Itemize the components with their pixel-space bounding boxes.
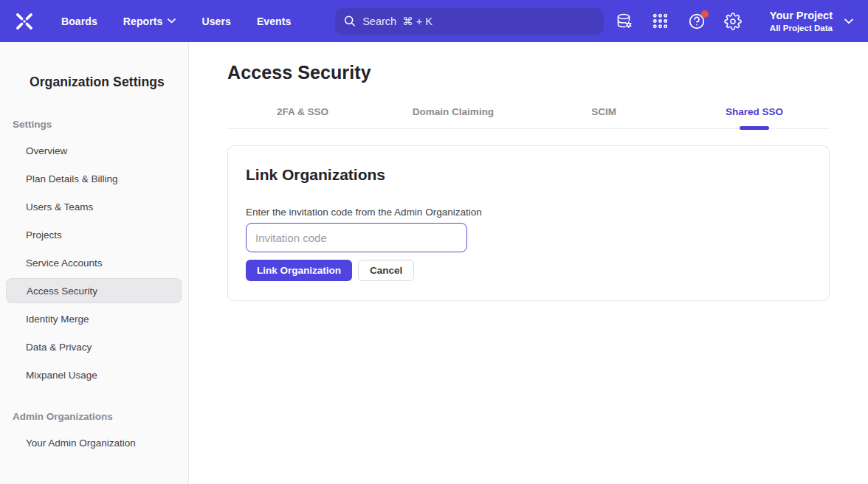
notification-badge xyxy=(701,10,709,18)
section-label-admin-organizations: Admin Organizations xyxy=(13,411,188,422)
page-title: Access Security xyxy=(227,61,830,83)
search-icon xyxy=(344,15,356,27)
help-button[interactable] xyxy=(687,12,706,31)
sidebar-item-data-privacy[interactable]: Data & Privacy xyxy=(0,333,188,361)
project-scope: All Project Data xyxy=(770,23,833,33)
invitation-code-input[interactable] xyxy=(246,223,467,252)
sidebar-item-projects[interactable]: Projects xyxy=(0,221,188,249)
sidebar-title: Organization Settings xyxy=(30,75,188,90)
search-input[interactable] xyxy=(362,15,595,27)
nav-item-label: Reports xyxy=(123,15,163,27)
nav-item-boards[interactable]: Boards xyxy=(61,15,97,27)
sidebar-item-service-accounts[interactable]: Service Accounts xyxy=(0,249,188,277)
apps-grid-icon xyxy=(652,13,669,30)
project-name: Your Project xyxy=(770,9,833,22)
section-label-settings: Settings xyxy=(13,119,188,130)
tab-domain-claiming[interactable]: Domain Claiming xyxy=(378,107,528,128)
sidebar-item-identity-merge[interactable]: Identity Merge xyxy=(0,305,188,333)
nav-item-reports[interactable]: Reports xyxy=(123,15,176,27)
mixpanel-logo-icon xyxy=(13,10,35,32)
project-switcher[interactable]: Your Project All Project Data xyxy=(770,9,856,34)
sidebar-item-users-teams[interactable]: Users & Teams xyxy=(0,193,188,221)
card-actions: Link Organization Cancel xyxy=(246,260,811,281)
access-security-tabs: 2FA & SSO Domain Claiming SCIM Shared SS… xyxy=(227,107,830,129)
sidebar-item-mixpanel-usage[interactable]: Mixpanel Usage xyxy=(0,361,188,389)
settings-button[interactable] xyxy=(723,12,743,31)
settings-sidebar: Organization Settings Settings Overview … xyxy=(0,42,189,484)
chevron-down-icon xyxy=(844,18,853,24)
sidebar-item-overview[interactable]: Overview xyxy=(0,136,188,165)
link-organizations-card: Link Organizations Enter the invitation … xyxy=(227,145,830,301)
nav-item-label: Users xyxy=(202,15,230,27)
nav-item-events[interactable]: Events xyxy=(257,15,292,27)
apps-grid-button[interactable] xyxy=(651,12,670,31)
sidebar-item-access-security[interactable]: Access Security xyxy=(6,278,182,303)
nav-item-label: Boards xyxy=(61,15,97,27)
data-management-button[interactable] xyxy=(615,12,634,31)
nav-item-label: Events xyxy=(257,15,292,27)
sidebar-item-your-admin-organization[interactable]: Your Admin Organization xyxy=(0,429,188,457)
tab-scim[interactable]: SCIM xyxy=(528,107,679,128)
topnav-right-cluster: Your Project All Project Data xyxy=(615,9,856,34)
chevron-down-icon xyxy=(168,18,176,24)
project-meta: Your Project All Project Data xyxy=(770,9,833,34)
card-title: Link Organizations xyxy=(246,165,811,184)
sidebar-item-plan-details-billing[interactable]: Plan Details & Billing xyxy=(0,165,188,193)
top-navigation: Boards Reports Users Events xyxy=(0,0,868,42)
tab-2fa-sso[interactable]: 2FA & SSO xyxy=(227,107,378,128)
data-management-icon xyxy=(616,13,633,30)
main-content: Access Security 2FA & SSO Domain Claimin… xyxy=(189,42,868,484)
global-search[interactable] xyxy=(335,8,604,35)
tab-shared-sso[interactable]: Shared SSO xyxy=(679,107,830,128)
primary-nav-links: Boards Reports Users Events xyxy=(61,15,291,27)
link-organization-button[interactable]: Link Organization xyxy=(246,260,352,281)
invitation-code-description: Enter the invitation code from the Admin… xyxy=(246,207,811,218)
nav-item-users[interactable]: Users xyxy=(202,15,230,27)
settings-gear-icon xyxy=(724,13,742,30)
mixpanel-logo[interactable] xyxy=(12,9,36,33)
cancel-button[interactable]: Cancel xyxy=(358,260,414,281)
